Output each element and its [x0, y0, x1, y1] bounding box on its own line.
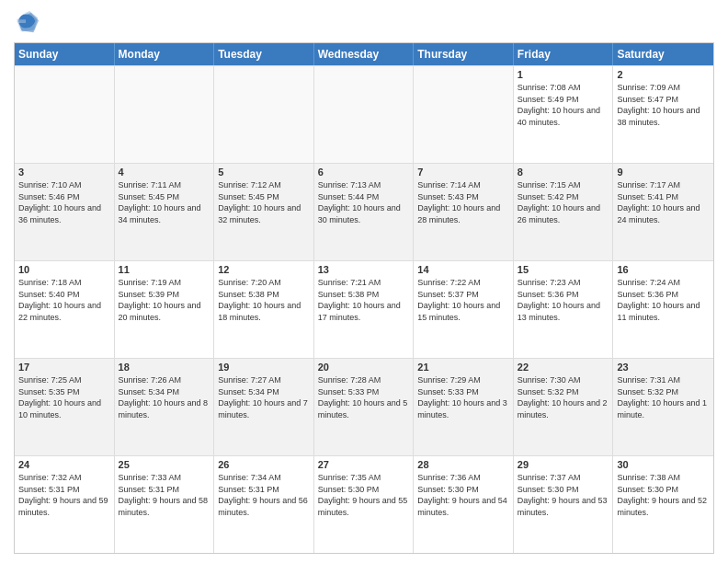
day-info: Sunrise: 7:32 AM Sunset: 5:31 PM Dayligh… — [18, 472, 110, 518]
cal-cell-19: 19Sunrise: 7:27 AM Sunset: 5:34 PM Dayli… — [214, 359, 314, 455]
cal-cell-5: 5Sunrise: 7:12 AM Sunset: 5:45 PM Daylig… — [214, 164, 314, 260]
cal-cell-10: 10Sunrise: 7:18 AM Sunset: 5:40 PM Dayli… — [15, 261, 115, 358]
day-number: 3 — [18, 167, 110, 178]
day-number: 6 — [318, 167, 410, 178]
cal-cell-6: 6Sunrise: 7:13 AM Sunset: 5:44 PM Daylig… — [314, 164, 415, 260]
cal-cell-7: 7Sunrise: 7:14 AM Sunset: 5:43 PM Daylig… — [414, 164, 514, 260]
cal-header-monday: Monday — [115, 43, 215, 65]
day-number: 20 — [318, 362, 410, 373]
day-info: Sunrise: 7:36 AM Sunset: 5:30 PM Dayligh… — [417, 472, 509, 518]
cal-cell-30: 30Sunrise: 7:38 AM Sunset: 5:30 PM Dayli… — [613, 456, 713, 553]
cal-cell-17: 17Sunrise: 7:25 AM Sunset: 5:35 PM Dayli… — [15, 359, 115, 455]
cal-cell-20: 20Sunrise: 7:28 AM Sunset: 5:33 PM Dayli… — [314, 359, 415, 455]
cal-cell-3: 3Sunrise: 7:10 AM Sunset: 5:46 PM Daylig… — [15, 164, 115, 260]
cal-cell-4: 4Sunrise: 7:11 AM Sunset: 5:45 PM Daylig… — [115, 164, 215, 260]
day-number: 23 — [617, 362, 710, 373]
day-info: Sunrise: 7:27 AM Sunset: 5:34 PM Dayligh… — [218, 374, 310, 420]
day-info: Sunrise: 7:09 AM Sunset: 5:47 PM Dayligh… — [617, 82, 710, 128]
cal-header-sunday: Sunday — [15, 43, 115, 65]
cal-cell-24: 24Sunrise: 7:32 AM Sunset: 5:31 PM Dayli… — [15, 456, 115, 553]
day-number: 12 — [218, 264, 310, 275]
day-info: Sunrise: 7:38 AM Sunset: 5:30 PM Dayligh… — [617, 472, 710, 518]
day-info: Sunrise: 7:24 AM Sunset: 5:36 PM Dayligh… — [617, 277, 710, 323]
day-number: 16 — [617, 264, 710, 275]
day-number: 19 — [218, 362, 310, 373]
day-info: Sunrise: 7:25 AM Sunset: 5:35 PM Dayligh… — [18, 374, 110, 420]
calendar: SundayMondayTuesdayWednesdayThursdayFrid… — [14, 42, 714, 554]
cal-cell-23: 23Sunrise: 7:31 AM Sunset: 5:32 PM Dayli… — [613, 359, 713, 455]
cal-week-row-0: 1Sunrise: 7:08 AM Sunset: 5:49 PM Daylig… — [15, 65, 713, 163]
day-info: Sunrise: 7:18 AM Sunset: 5:40 PM Dayligh… — [18, 277, 110, 323]
day-number: 25 — [119, 459, 210, 470]
day-number: 29 — [518, 459, 609, 470]
day-info: Sunrise: 7:28 AM Sunset: 5:33 PM Dayligh… — [318, 374, 410, 420]
cal-cell-16: 16Sunrise: 7:24 AM Sunset: 5:36 PM Dayli… — [613, 261, 713, 358]
cal-header-saturday: Saturday — [613, 43, 713, 65]
day-number: 22 — [518, 362, 609, 373]
day-number: 14 — [417, 264, 509, 275]
cal-week-row-3: 17Sunrise: 7:25 AM Sunset: 5:35 PM Dayli… — [15, 358, 713, 455]
day-number: 13 — [318, 264, 410, 275]
cal-cell-14: 14Sunrise: 7:22 AM Sunset: 5:37 PM Dayli… — [414, 261, 514, 358]
day-number: 26 — [218, 459, 310, 470]
cal-cell-26: 26Sunrise: 7:34 AM Sunset: 5:31 PM Dayli… — [214, 456, 314, 553]
calendar-body: 1Sunrise: 7:08 AM Sunset: 5:49 PM Daylig… — [15, 65, 713, 553]
cal-cell-empty-0-2 — [214, 66, 314, 163]
logo — [14, 9, 43, 35]
day-info: Sunrise: 7:14 AM Sunset: 5:43 PM Dayligh… — [417, 179, 509, 225]
cal-week-row-4: 24Sunrise: 7:32 AM Sunset: 5:31 PM Dayli… — [15, 455, 713, 553]
day-number: 15 — [518, 264, 609, 275]
day-info: Sunrise: 7:20 AM Sunset: 5:38 PM Dayligh… — [218, 277, 310, 323]
cal-cell-21: 21Sunrise: 7:29 AM Sunset: 5:33 PM Dayli… — [414, 359, 514, 455]
cal-header-tuesday: Tuesday — [214, 43, 314, 65]
day-number: 1 — [518, 69, 609, 80]
day-number: 27 — [318, 459, 410, 470]
cal-header-thursday: Thursday — [414, 43, 514, 65]
day-number: 8 — [518, 167, 609, 178]
day-info: Sunrise: 7:11 AM Sunset: 5:45 PM Dayligh… — [119, 179, 210, 225]
logo-icon — [14, 9, 40, 35]
cal-header-friday: Friday — [514, 43, 614, 65]
cal-cell-empty-0-4 — [414, 66, 514, 163]
day-number: 21 — [417, 362, 509, 373]
calendar-header-row: SundayMondayTuesdayWednesdayThursdayFrid… — [15, 43, 713, 65]
day-info: Sunrise: 7:26 AM Sunset: 5:34 PM Dayligh… — [119, 374, 210, 420]
day-number: 10 — [18, 264, 110, 275]
day-info: Sunrise: 7:22 AM Sunset: 5:37 PM Dayligh… — [417, 277, 509, 323]
day-info: Sunrise: 7:37 AM Sunset: 5:30 PM Dayligh… — [518, 472, 609, 518]
cal-cell-8: 8Sunrise: 7:15 AM Sunset: 5:42 PM Daylig… — [514, 164, 614, 260]
cal-cell-empty-0-1 — [115, 66, 215, 163]
day-info: Sunrise: 7:33 AM Sunset: 5:31 PM Dayligh… — [119, 472, 210, 518]
day-number: 30 — [617, 459, 710, 470]
day-info: Sunrise: 7:21 AM Sunset: 5:38 PM Dayligh… — [318, 277, 410, 323]
cal-cell-22: 22Sunrise: 7:30 AM Sunset: 5:32 PM Dayli… — [514, 359, 614, 455]
day-number: 17 — [18, 362, 110, 373]
day-number: 11 — [119, 264, 210, 275]
day-number: 4 — [119, 167, 210, 178]
day-number: 28 — [417, 459, 509, 470]
cal-cell-27: 27Sunrise: 7:35 AM Sunset: 5:30 PM Dayli… — [314, 456, 415, 553]
day-info: Sunrise: 7:34 AM Sunset: 5:31 PM Dayligh… — [218, 472, 310, 518]
day-info: Sunrise: 7:15 AM Sunset: 5:42 PM Dayligh… — [518, 179, 609, 225]
cal-cell-28: 28Sunrise: 7:36 AM Sunset: 5:30 PM Dayli… — [414, 456, 514, 553]
cal-cell-9: 9Sunrise: 7:17 AM Sunset: 5:41 PM Daylig… — [613, 164, 713, 260]
cal-cell-13: 13Sunrise: 7:21 AM Sunset: 5:38 PM Dayli… — [314, 261, 415, 358]
day-number: 9 — [617, 167, 710, 178]
day-number: 18 — [119, 362, 210, 373]
cal-cell-18: 18Sunrise: 7:26 AM Sunset: 5:34 PM Dayli… — [115, 359, 215, 455]
cal-cell-12: 12Sunrise: 7:20 AM Sunset: 5:38 PM Dayli… — [214, 261, 314, 358]
day-number: 24 — [18, 459, 110, 470]
cal-cell-1: 1Sunrise: 7:08 AM Sunset: 5:49 PM Daylig… — [514, 66, 614, 163]
day-info: Sunrise: 7:30 AM Sunset: 5:32 PM Dayligh… — [518, 374, 609, 420]
day-info: Sunrise: 7:08 AM Sunset: 5:49 PM Dayligh… — [518, 82, 609, 128]
day-number: 7 — [417, 167, 509, 178]
cal-header-wednesday: Wednesday — [314, 43, 415, 65]
day-info: Sunrise: 7:29 AM Sunset: 5:33 PM Dayligh… — [417, 374, 509, 420]
cal-cell-empty-0-0 — [15, 66, 115, 163]
cal-week-row-2: 10Sunrise: 7:18 AM Sunset: 5:40 PM Dayli… — [15, 260, 713, 358]
day-info: Sunrise: 7:13 AM Sunset: 5:44 PM Dayligh… — [318, 179, 410, 225]
cal-cell-empty-0-3 — [314, 66, 415, 163]
cal-cell-2: 2Sunrise: 7:09 AM Sunset: 5:47 PM Daylig… — [613, 66, 713, 163]
day-info: Sunrise: 7:17 AM Sunset: 5:41 PM Dayligh… — [617, 179, 710, 225]
cal-cell-29: 29Sunrise: 7:37 AM Sunset: 5:30 PM Dayli… — [514, 456, 614, 553]
